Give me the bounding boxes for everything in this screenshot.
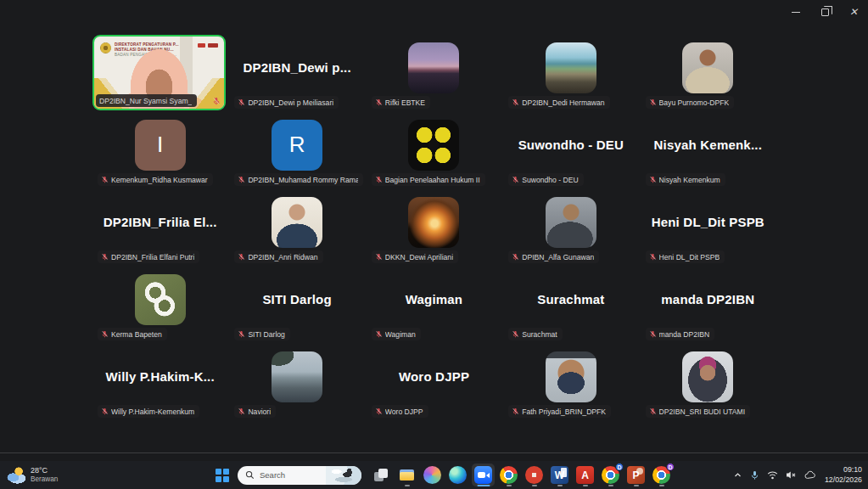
profile-badge: D [666,463,675,471]
participant-name: Surachmat [522,330,557,339]
participant-tile[interactable]: SITI Darlog SITI Darlog [228,266,365,343]
participant-tile[interactable]: Bayu Purnomo-DPFK [640,34,776,111]
participant-name-tag: Surachmat [508,328,563,340]
participant-tile[interactable]: Wagiman Wagiman [366,266,502,343]
participant-display-name: Nisyah Kemenk... [654,138,762,152]
banner-line-1: DIREKTORAT PENGATURAN P... [115,42,179,47]
file-explorer-icon[interactable] [395,464,418,486]
running-indicator [405,485,410,486]
participant-display-name: Wagiman [406,292,463,306]
participant-tile[interactable]: Suwondho - DEU Suwondho - DEU [502,111,639,188]
desktop: ✕ DIREKTORAT PENGATURAN P... INSTALASI D… [0,0,868,489]
muted-mic-icon [649,176,657,183]
start-button[interactable] [211,464,232,486]
minimize-button[interactable] [781,0,810,24]
participant-display-name: Willy P.Hakim-K... [106,369,215,384]
restore-button[interactable] [810,0,839,24]
search-highlight-image [326,466,361,485]
participant-avatar: R [272,120,322,171]
running-indicator [507,485,512,486]
participant-tile[interactable]: Naviori [228,343,365,420]
participant-avatar [272,351,322,402]
participant-tile[interactable]: Kerma Bapeten [92,266,228,343]
participant-tile[interactable]: DP2IBN_SRI BUDI UTAMI [640,343,776,420]
muted-mic-icon [101,330,109,338]
participant-tile[interactable]: DPIBN_Alfa Gunawan [502,188,639,266]
muted-mic-icon [238,176,245,183]
participant-tile[interactable]: DP2IBN_Anri Ridwan [228,188,365,266]
participant-name-tag: Wagiman [372,328,421,340]
muted-mic-icon [375,253,383,261]
running-indicator [557,485,563,486]
taskbar-clock[interactable]: 09:10 12/02/2026 [825,465,862,485]
participant-avatar [682,42,733,93]
zoom-icon[interactable] [472,464,495,486]
participant-tile[interactable]: Woro DJPP Woro DJPP [366,343,502,420]
participant-tile[interactable]: Fath Priyadi_BRIN_DPFK [502,343,639,420]
participant-tile[interactable]: DKKN_Dewi Apriliani [366,188,502,266]
participant-tile[interactable]: DIREKTORAT PENGATURAN P... INSTALASI DAN… [92,34,228,111]
microphone-icon[interactable] [750,470,759,481]
participant-tile[interactable]: R DP2IBN_Muhamad Rommy Ramadh... [228,111,365,188]
wifi-icon[interactable] [767,470,778,480]
participant-avatar [546,42,596,93]
participant-name-tag: DP2IBN_Anri Ridwan [234,250,322,263]
copilot-icon[interactable] [421,464,444,486]
chrome-icon[interactable] [497,464,520,486]
participant-avatar [408,197,459,248]
task-view-icon[interactable] [370,464,393,486]
participant-name-tag: Kemenkum_Ridha Kusmawar [98,173,213,186]
participant-name-tag: Suwondho - DEU [508,173,583,186]
participant-name-tag: Willy P.Hakim-Kemenkum [98,405,199,418]
participant-tile[interactable]: DP2IBN_Dewi p... DP2IBN_Dewi p Meiliasar… [228,34,365,111]
participant-tile[interactable]: manda DP2IBN manda DP2IBN [640,266,776,343]
chrome-profile-2-icon[interactable]: D [650,464,673,486]
participant-display-name: Woro DJPP [399,369,469,384]
hidden-icons-chevron-icon[interactable] [733,470,742,480]
participant-tile[interactable]: Willy P.Hakim-K... Willy P.Hakim-Kemenku… [92,343,228,420]
muted-mic-icon [238,408,245,415]
participant-avatar [408,42,459,93]
weather-widget[interactable]: 28°C Berawan [7,461,58,489]
edge-glyph [449,466,467,484]
participant-tile[interactable]: Heni DL_Dit PSPB Heni DL_Dit PSPB [640,188,776,266]
participant-name-tag: DKKN_Dewi Apriliani [372,250,458,263]
participant-name-tag: Bayu Purnomo-DPFK [646,96,735,109]
acrobat-icon[interactable] [574,464,596,486]
system-tray: 09:10 12/02/2026 [733,461,862,489]
weather-condition: Berawan [31,475,58,484]
participant-tile[interactable]: Rifki EBTKE [366,34,502,111]
volume-muted-icon[interactable] [786,470,797,480]
participant-name: SITI Darlog [248,330,284,339]
running-indicator [583,485,588,486]
participant-display-name: manda DP2IBN [661,292,754,306]
task-view-glyph [372,466,390,484]
participant-tile[interactable]: Bagian Penelaahan Hukum II [366,111,502,188]
word-icon[interactable] [548,464,571,486]
participant-name-tag: DP2IBN_Nur Syamsi Syam_ [96,94,197,107]
windows-logo-icon [216,469,229,482]
edge-icon[interactable] [446,464,469,486]
participant-name: DP2IBN_Dedi Hermawan [522,98,604,107]
powerpoint-icon[interactable] [624,464,647,486]
participant-tile[interactable]: I Kemenkum_Ridha Kusmawar [92,111,228,188]
participant-tile[interactable]: Surachmat Surachmat [502,266,639,343]
search-icon [245,470,255,480]
participant-name: DKKN_Dewi Apriliani [385,253,453,261]
participant-name: Kerma Bapeten [111,330,162,339]
participant-name: DP2IBN_Dewi p Meiliasari [248,98,333,107]
muted-mic-icon [101,253,109,261]
chrome-profile-1-icon[interactable]: D [599,464,622,486]
muted-mic-icon [512,253,519,261]
participant-name: manda DP2IBN [659,330,710,339]
close-button[interactable]: ✕ [839,0,868,24]
participant-tile[interactable]: DP2IBN_Frilia El... DP2IBN_Frilia Elfani… [92,188,228,266]
participant-tile[interactable]: Nisyah Kemenk... Nisyah Kemenkum [640,111,776,188]
cloud-icon[interactable] [804,470,817,480]
participant-name-tag: Nisyah Kemenkum [646,173,725,186]
muted-mic-icon [238,98,245,106]
participant-tile[interactable]: DP2IBN_Dedi Hermawan [502,34,639,111]
minimize-icon [792,12,800,13]
search-box[interactable]: Search [238,466,361,485]
red-app-icon[interactable] [523,464,546,486]
